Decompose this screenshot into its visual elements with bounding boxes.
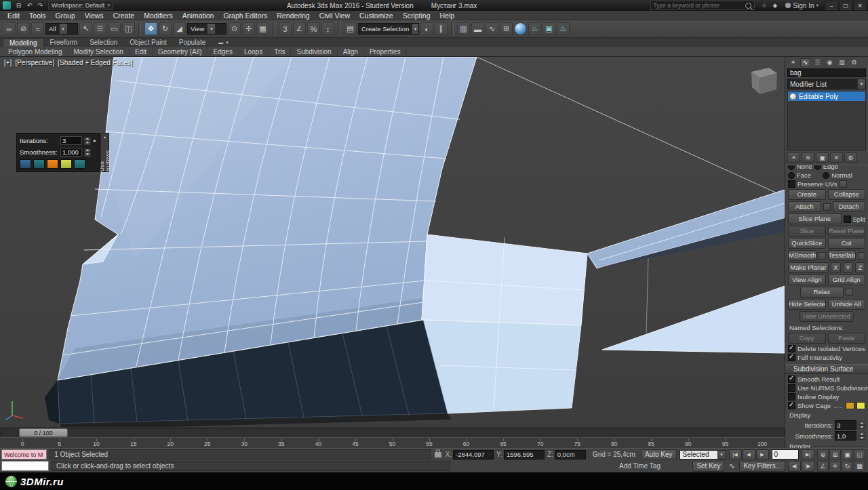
named-selection-dropdown[interactable]: Create Selection▾ — [358, 23, 419, 35]
smooth-result-checkbox[interactable] — [788, 375, 795, 383]
zoom-all-icon[interactable]: ⊞ — [829, 449, 841, 460]
go-to-end-icon[interactable]: ▶| — [802, 449, 814, 460]
menu-item[interactable]: Graph Editors — [218, 12, 272, 20]
select-by-name-icon[interactable]: ☰ — [94, 22, 106, 35]
sign-in-button[interactable]: Sign In — [785, 2, 818, 9]
planar-y-button[interactable]: Y — [843, 262, 853, 273]
orbit-icon[interactable]: ↻ — [842, 461, 853, 472]
display-smoothness-field[interactable]: 1,0 — [835, 431, 856, 441]
command-tab-modify[interactable]: ∿ — [800, 58, 810, 67]
caddy-green-icon[interactable] — [60, 159, 72, 169]
constraint-none-radio[interactable] — [788, 165, 795, 170]
show-end-result-icon[interactable]: ≋ — [802, 152, 814, 163]
preserve-uvs-checkbox[interactable] — [788, 180, 795, 188]
menu-item[interactable]: Edit — [3, 12, 24, 20]
planar-x-button[interactable]: X — [831, 262, 841, 273]
reference-coordinate-dropdown[interactable]: View▾ — [187, 23, 226, 35]
ribbon-options-icon[interactable]: ▾ — [226, 40, 229, 45]
render-production-icon[interactable]: ♨ — [557, 22, 570, 35]
modifier-list-dropdown[interactable]: Modifier List ▾ — [787, 79, 866, 89]
ribbon-tab-freeform[interactable]: Freeform — [44, 38, 84, 47]
zoom-icon[interactable]: ⊕ — [817, 449, 829, 460]
constraint-edge-radio[interactable] — [814, 165, 821, 170]
ribbon-toggle-icon[interactable]: ▬ — [471, 22, 484, 35]
caddy-smoothness-spinner[interactable] — [84, 148, 91, 157]
material-editor-icon[interactable] — [514, 22, 527, 35]
menu-item[interactable]: Customize — [355, 12, 398, 20]
community-icon[interactable]: ☆ — [759, 1, 769, 10]
command-tab-create[interactable]: ✶ — [788, 58, 798, 67]
go-to-start-icon[interactable]: |◀ — [729, 449, 742, 460]
remove-modifier-icon[interactable]: ✕ — [830, 152, 843, 163]
current-frame-field[interactable]: 0 — [772, 449, 799, 460]
visibility-bulb-icon[interactable] — [789, 93, 797, 100]
ribbon-minimize-icon[interactable]: ▬ — [218, 40, 223, 45]
relax-settings-icon[interactable] — [846, 289, 853, 296]
angle-snap-toggle-icon[interactable]: ∠ — [293, 22, 306, 35]
unhide-all-button[interactable]: Unhide All — [828, 299, 866, 310]
next-key-icon[interactable]: |▶ — [802, 461, 814, 472]
menu-item[interactable]: Scripting — [398, 12, 435, 20]
collapse-button[interactable]: Collapse — [828, 189, 866, 200]
auto-key-button[interactable]: Auto Key — [641, 449, 677, 460]
app-icon[interactable] — [3, 1, 11, 9]
delete-isolated-vertices-checkbox[interactable] — [788, 345, 795, 352]
relax-button[interactable]: Relax — [800, 287, 844, 298]
command-tab-display[interactable]: ▥ — [837, 58, 847, 67]
caddy-sphere-icon[interactable] — [20, 159, 31, 169]
menu-item[interactable]: Group — [51, 12, 80, 20]
command-tab-hierarchy[interactable]: ☰ — [812, 58, 823, 67]
pin-stack-icon[interactable]: ⌖ — [787, 152, 800, 163]
show-cage-checkbox[interactable] — [788, 402, 795, 409]
menu-item[interactable]: Create — [108, 12, 140, 20]
detach-button[interactable]: Detach — [833, 201, 866, 212]
use-nurms-tab[interactable]: ▴ Use NURMS — [100, 133, 109, 172]
maximize-button[interactable]: ▢ — [839, 1, 852, 11]
ribbon-panel-label[interactable]: Geometry (All) — [153, 47, 208, 56]
close-button[interactable]: ✕ — [853, 1, 867, 11]
ribbon-tab-selection[interactable]: Selection — [83, 38, 123, 47]
menu-item[interactable]: Views — [80, 12, 108, 20]
set-key-mode-icon[interactable]: ∿ — [727, 462, 736, 470]
viewport-pov-label[interactable]: [Perspective] — [15, 59, 54, 66]
keyboard-shortcut-override-icon[interactable]: ▦ — [256, 22, 269, 35]
caddy-iterations-value[interactable]: 3 — [60, 136, 82, 145]
render-setup-icon[interactable]: ♨ — [528, 22, 541, 35]
previous-frame-icon[interactable]: ◀ — [743, 449, 755, 460]
align-icon[interactable]: ∥ — [435, 22, 448, 35]
caddy-expand-icon[interactable]: ▸ — [94, 138, 96, 144]
exchange-icon[interactable]: ◈ — [770, 1, 780, 10]
minimize-button[interactable]: – — [825, 1, 838, 11]
field-of-view-icon[interactable]: ∠ — [817, 461, 829, 472]
ribbon-panel-label[interactable]: Align — [338, 47, 364, 56]
search-input[interactable] — [651, 2, 743, 9]
maximize-viewport-icon[interactable]: ▦ — [854, 461, 865, 472]
configure-modifier-sets-icon[interactable]: ⚙ — [844, 152, 857, 163]
make-unique-icon[interactable]: ▣ — [816, 152, 829, 163]
search-icon[interactable] — [745, 3, 751, 9]
modifier-stack[interactable]: Editable Poly — [787, 91, 866, 150]
edit-named-selection-sets-icon[interactable]: ▤ — [344, 22, 357, 35]
rectangular-selection-region-icon[interactable]: ▭ — [108, 22, 121, 35]
attach-settings-icon[interactable] — [823, 203, 831, 211]
menu-item[interactable]: Rendering — [272, 12, 314, 20]
selection-lock-icon[interactable] — [435, 452, 441, 457]
constraint-normal-radio[interactable] — [823, 172, 829, 179]
use-nurms-subdivision-checkbox[interactable] — [788, 384, 795, 392]
window-crossing-icon[interactable]: ◫ — [122, 22, 135, 35]
ribbon-panel-label[interactable]: Subdivision — [291, 47, 337, 56]
tessellate-button[interactable]: Tessellate — [828, 250, 856, 261]
msmooth-settings-icon[interactable] — [818, 252, 826, 260]
viewport-canvas[interactable] — [0, 57, 785, 427]
ribbon-panel-label[interactable]: Properties — [364, 47, 407, 56]
set-key-button[interactable]: Set Key — [692, 461, 724, 472]
schematic-view-icon[interactable]: ⊞ — [500, 22, 513, 35]
curve-editor-icon[interactable]: ∿ — [486, 22, 498, 35]
caddy-iterations-spinner[interactable] — [84, 137, 91, 145]
y-coordinate-field[interactable]: 1596,595 — [504, 450, 545, 460]
mirror-icon[interactable]: ◐ — [420, 22, 433, 35]
redo-icon[interactable]: ↷ — [35, 1, 45, 10]
snaps-toggle-3d-icon[interactable]: 3 — [279, 22, 292, 35]
undo-icon[interactable]: ↶ — [24, 1, 35, 10]
z-coordinate-field[interactable]: 0,0cm — [555, 450, 586, 460]
